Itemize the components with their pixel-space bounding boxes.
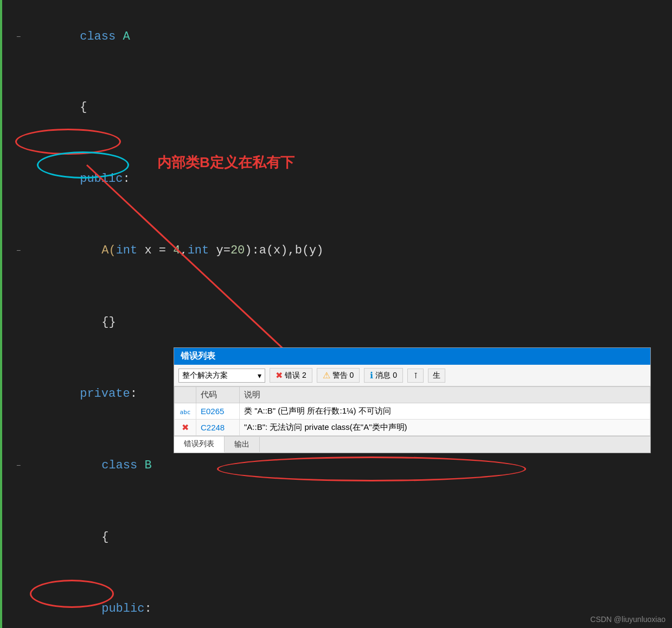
row1-icon-cell: abc bbox=[175, 403, 196, 420]
code-line-4: − A(int x = 4,int y=20):a(x),b(y) bbox=[16, 215, 672, 287]
table-header-row: 代码 说明 bbox=[175, 387, 650, 403]
tab-output-label: 输出 bbox=[234, 440, 249, 448]
chevron-down-icon: ▾ bbox=[258, 371, 261, 380]
error-panel-tabs: 错误列表 输出 bbox=[174, 436, 650, 453]
error-panel-title: 错误列表 bbox=[181, 351, 215, 362]
left-accent bbox=[0, 0, 2, 628]
col-header-icon bbox=[175, 387, 196, 403]
warning-icon: ⚠ bbox=[323, 370, 330, 380]
row1-desc-cell: 类 "A::B" (已声明 所在行数:1¼) 不可访问 bbox=[240, 403, 650, 420]
error-icon-2: ✖ bbox=[182, 423, 189, 432]
scope-dropdown[interactable]: 整个解决方案 ▾ bbox=[178, 369, 265, 383]
error-code-2: C2248 bbox=[201, 423, 225, 432]
error-panel: 错误列表 整个解决方案 ▾ ✖ 错误 2 ⚠ 警告 0 ℹ 消息 0 ⊺ 生 bbox=[174, 347, 651, 453]
line-content-1: class A bbox=[31, 1, 672, 73]
table-row[interactable]: abc E0265 类 "A::B" (已声明 所在行数:1¼) 不可访问 bbox=[175, 403, 650, 420]
row2-code-cell: C2248 bbox=[196, 420, 240, 436]
code-line-2: { bbox=[16, 72, 672, 143]
info-count-label: 消息 0 bbox=[375, 371, 397, 380]
tab-error-list[interactable]: 错误列表 bbox=[174, 436, 225, 453]
code-line-3: public: bbox=[16, 143, 672, 215]
warning-count-label: 警告 0 bbox=[332, 371, 354, 380]
tab-error-label: 错误列表 bbox=[184, 439, 214, 448]
code-line-1: − class A bbox=[16, 1, 672, 73]
error-icon: ✖ bbox=[276, 370, 283, 380]
error-panel-toolbar: 整个解决方案 ▾ ✖ 错误 2 ⚠ 警告 0 ℹ 消息 0 ⊺ 生 bbox=[174, 365, 650, 386]
error-code-1: E0265 bbox=[201, 407, 224, 416]
error-count-button[interactable]: ✖ 错误 2 bbox=[270, 368, 312, 383]
row2-desc-cell: "A::B": 无法访问 private class(在"A"类中声明) bbox=[240, 420, 650, 436]
dropdown-label: 整个解决方案 bbox=[182, 371, 228, 380]
sheng-button[interactable]: 生 bbox=[428, 369, 445, 383]
col-header-desc: 说明 bbox=[240, 387, 650, 403]
error-count-label: 错误 2 bbox=[285, 371, 306, 380]
filter-button[interactable]: ⊺ bbox=[407, 369, 424, 383]
code-line-8: { bbox=[16, 502, 672, 573]
gutter-7: − bbox=[16, 454, 31, 478]
gutter-4: − bbox=[16, 239, 31, 263]
line-content-9: public: bbox=[31, 573, 672, 628]
table-row[interactable]: ✖ C2248 "A::B": 无法访问 private class(在"A"类… bbox=[175, 420, 650, 436]
abc-icon: abc bbox=[180, 409, 191, 416]
tab-output[interactable]: 输出 bbox=[225, 437, 260, 452]
line-content-3: public: bbox=[31, 143, 672, 215]
line-content-2: { bbox=[31, 72, 672, 143]
col-header-code: 代码 bbox=[196, 387, 240, 403]
code-editor: − class A { public: − A(int x = 4,int y=… bbox=[0, 0, 672, 628]
info-icon: ℹ bbox=[370, 370, 373, 380]
row1-code-cell: E0265 bbox=[196, 403, 240, 420]
line-content-8: { bbox=[31, 502, 672, 573]
gutter-1: − bbox=[16, 25, 31, 49]
error-table: 代码 说明 abc E0265 类 "A::B" (已声明 所在行数:1¼) 不… bbox=[174, 386, 650, 436]
warning-count-button[interactable]: ⚠ 警告 0 bbox=[317, 368, 360, 383]
error-desc-1: 类 "A::B" (已声明 所在行数:1¼) 不可访问 bbox=[244, 406, 391, 415]
csdn-watermark: CSDN @liuyunluoxiao bbox=[590, 615, 665, 624]
error-desc-2: "A::B": 无法访问 private class(在"A"类中声明) bbox=[244, 422, 407, 432]
info-count-button[interactable]: ℹ 消息 0 bbox=[364, 368, 403, 383]
code-line-9: public: bbox=[16, 573, 672, 628]
error-panel-titlebar: 错误列表 bbox=[174, 348, 650, 365]
sheng-label: 生 bbox=[433, 371, 440, 379]
filter-icon: ⊺ bbox=[414, 371, 418, 380]
line-content-4: A(int x = 4,int y=20):a(x),b(y) bbox=[31, 215, 672, 287]
row2-icon-cell: ✖ bbox=[175, 420, 196, 436]
